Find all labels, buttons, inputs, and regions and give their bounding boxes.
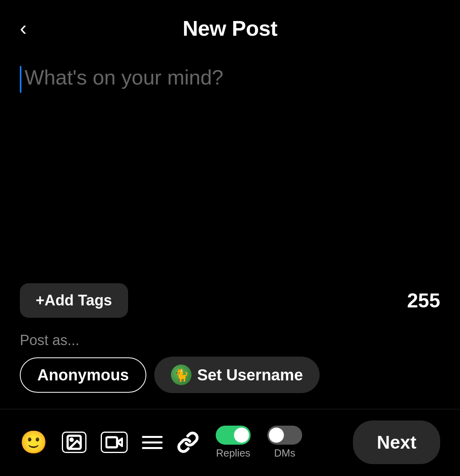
- page-container: ‹ New Post What's on your mind? +Add Tag…: [0, 0, 460, 476]
- char-count: 255: [407, 289, 440, 312]
- replies-label: Replies: [216, 447, 251, 459]
- dms-toggle-group: DMs: [267, 426, 302, 459]
- image-button[interactable]: [62, 432, 86, 453]
- post-input-area[interactable]: What's on your mind?: [0, 48, 460, 283]
- image-icon: [62, 432, 86, 453]
- replies-toggle-group: Replies: [216, 426, 251, 459]
- text-cursor: [20, 66, 21, 93]
- toolbar-divider: [0, 409, 460, 409]
- video-button[interactable]: [101, 432, 128, 453]
- back-button[interactable]: ‹: [20, 18, 27, 38]
- svg-rect-3: [106, 437, 117, 447]
- link-button[interactable]: [177, 431, 199, 453]
- page-title: New Post: [182, 16, 277, 40]
- post-as-buttons: Anonymous 🐈 Set Username: [20, 357, 440, 393]
- list-button[interactable]: [142, 436, 163, 449]
- user-avatar: 🐈: [171, 365, 192, 385]
- toggle-knob-dms: [269, 428, 284, 443]
- smiley-icon: 🙂: [20, 429, 48, 455]
- dms-label: DMs: [274, 447, 295, 459]
- link-icon: [177, 431, 199, 453]
- header: ‹ New Post: [0, 0, 460, 48]
- video-svg: [105, 434, 123, 451]
- video-icon: [101, 432, 128, 453]
- emoji-button[interactable]: 🙂: [20, 429, 48, 455]
- post-as-label: Post as...: [20, 332, 440, 349]
- toggle-knob: [234, 428, 249, 443]
- list-icon: [142, 436, 163, 449]
- image-svg: [65, 434, 83, 451]
- textarea-wrapper: What's on your mind?: [20, 64, 440, 275]
- post-placeholder[interactable]: What's on your mind?: [25, 64, 223, 91]
- replies-toggle[interactable]: [216, 426, 251, 445]
- anonymous-button[interactable]: Anonymous: [20, 357, 146, 393]
- bottom-toolbar: 🙂: [20, 420, 440, 464]
- bottom-section: +Add Tags 255 Post as... Anonymous 🐈 Set…: [0, 283, 460, 476]
- add-tags-button[interactable]: +Add Tags: [20, 283, 128, 318]
- tags-row: +Add Tags 255: [20, 283, 440, 318]
- dms-toggle[interactable]: [267, 426, 302, 445]
- next-button[interactable]: Next: [353, 420, 440, 464]
- svg-point-1: [71, 439, 73, 441]
- set-username-button[interactable]: 🐈 Set Username: [154, 357, 320, 393]
